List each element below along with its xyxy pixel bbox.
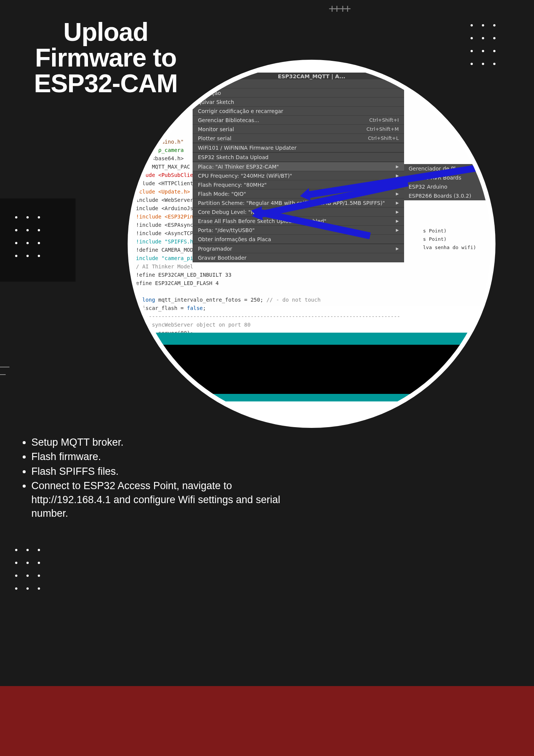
step-item: Flash firmware. <box>31 450 281 463</box>
decor-dots-top-right <box>466 19 500 70</box>
instruction-steps: Setup MQTT broker. Flash firmware. Flash… <box>17 435 281 521</box>
menu-item-archive-sketch[interactable]: quivar Sketch <box>193 98 404 107</box>
decor-line <box>0 374 6 375</box>
step-item: Flash SPIFFS files. <box>31 465 281 478</box>
menu-item-fix-encoding[interactable]: Corrigir codificação e recarregar <box>193 107 404 116</box>
decor-line <box>0 367 9 367</box>
menu-item-burn-bootloader[interactable]: Gravar Bootloader <box>193 253 404 262</box>
console-output: ified. pin... <box>132 345 491 394</box>
menu-item-help[interactable]: Ajuda <box>193 79 404 88</box>
decor-dots-bottom-left <box>11 544 45 595</box>
menu-item-wifi-updater[interactable]: WiFi101 / WiFiNINA Firmware Updater <box>193 143 404 152</box>
menu-item-esp32-data-upload[interactable]: ESP32 Sketch Data Upload <box>193 153 404 162</box>
screenshot-circle: ESP32CAM_MQTT | A... 32h48 M - WiFi iuin… <box>132 64 491 423</box>
menu-item-port[interactable]: Porta: "/dev/ttyUSB0"▶ <box>193 226 404 235</box>
menu-item-manage-libs[interactable]: Gerenciar Bibliotecas...Ctrl+Shift+I <box>193 116 404 125</box>
console-status-bar <box>132 394 491 401</box>
footer-bar <box>0 686 534 756</box>
menu-item-serial-plotter[interactable]: Plotter serialCtrl+Shift+L <box>193 134 404 143</box>
code-right-hints: s Point) s Point) lva senha do wifi) <box>423 227 491 252</box>
console-toolbar <box>132 333 491 345</box>
submenu-esp32-arduino[interactable]: ESP32 Arduino <box>404 182 491 191</box>
menu-item-serial-monitor[interactable]: Monitor serialCtrl+Shift+M <box>193 125 404 134</box>
menu-item-board-info[interactable]: Obter informações da Placa <box>193 235 404 244</box>
menu-item-board[interactable]: Placa: "AI Thinker ESP32-CAM"▶ <box>193 162 404 171</box>
arduino-ide: ESP32CAM_MQTT | A... 32h48 M - WiFi iuin… <box>132 64 491 423</box>
step-item: Connect to ESP32 Access Point, navigate … <box>31 479 281 520</box>
step-item: Setup MQTT broker. <box>31 435 281 449</box>
tools-menu[interactable]: Ajuda matação quivar Sketch Corrigir cod… <box>193 79 404 262</box>
decor-dots-mid-left <box>11 211 45 262</box>
decor-plus: ++ ++ <box>329 2 349 16</box>
menu-item-programmer[interactable]: Programador▶ <box>193 244 404 253</box>
menu-item-formatação[interactable]: matação <box>193 88 404 98</box>
submenu-esp8266[interactable]: ESP8266 Boards (3.0.2) <box>404 191 491 200</box>
page-title: Upload Firmware to ESP32-CAM <box>25 19 187 96</box>
menu-item-cpu-freq[interactable]: CPU Frequency: "240MHz (WiFi/BT)"▶ <box>193 171 404 180</box>
